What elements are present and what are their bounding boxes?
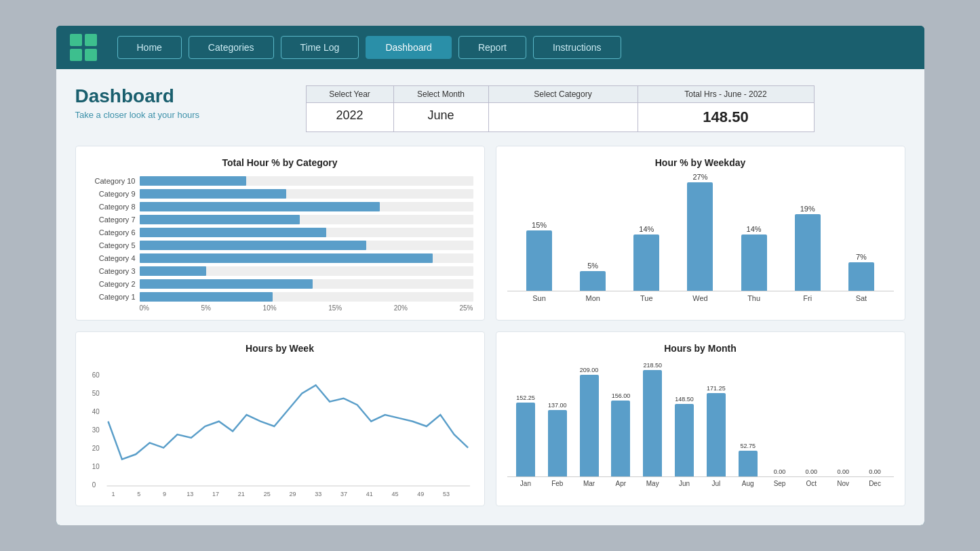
hbar-track: [140, 253, 473, 263]
hbar-category-label: Category 10: [87, 177, 136, 185]
hbar-title: Total Hour % by Category: [87, 157, 473, 168]
month-group: 0.00: [796, 468, 827, 476]
nav-instructions[interactable]: Instructions: [533, 36, 621, 59]
month-label: Oct: [796, 480, 827, 487]
month-val-label: 209.00: [580, 367, 599, 373]
month-bar: [739, 451, 758, 476]
line-x-label: [248, 491, 260, 497]
month-label: Apr: [605, 480, 637, 487]
vbar-group: 14%: [633, 225, 659, 291]
hbar-track: [140, 228, 473, 237]
vbar-pct-label: 7%: [856, 253, 867, 261]
month-bar: [675, 404, 694, 476]
hbar-axis-label: 15%: [328, 304, 342, 312]
hbar-category-label: Category 6: [87, 228, 136, 237]
month-bar: [516, 403, 535, 476]
vbar-day-label: Sat: [848, 294, 874, 302]
svg-text:40: 40: [92, 408, 99, 415]
hbar-fill: [140, 279, 313, 289]
vbar-bar: [741, 234, 767, 291]
line-x-label: 13: [184, 491, 197, 497]
line-x-label: 37: [338, 491, 351, 497]
vbar-group: 27%: [687, 173, 713, 291]
monthly-chart: 152.25137.00209.00156.00218.50148.50171.…: [507, 362, 894, 497]
hbar-row: Category 5: [87, 241, 473, 250]
line-x-label: [350, 491, 363, 497]
nav-home[interactable]: Home: [117, 36, 182, 59]
hbar-row: Category 1: [87, 292, 473, 302]
month-val-label: 148.50: [675, 396, 694, 403]
nav-report[interactable]: Report: [458, 36, 526, 59]
month-val-label: 171.25: [707, 385, 726, 392]
month-group: 0.00: [764, 468, 796, 476]
vbar-bar: [687, 182, 713, 291]
vbar-bar: [795, 214, 821, 291]
month-label: Feb: [541, 480, 573, 487]
category-selector[interactable]: Select Category: [489, 85, 638, 132]
year-selector[interactable]: Select Year 2022: [306, 85, 394, 132]
hbar-row: Category 9: [87, 189, 473, 199]
monthly-labels: JanFebMarAprMayJunJulAugSepOctNovDec: [507, 477, 894, 487]
hbar-axis-label: 10%: [263, 304, 277, 312]
vbar-day-label: Sun: [526, 294, 552, 302]
line-x-label: 33: [312, 491, 325, 497]
month-value: June: [394, 103, 488, 128]
total-box: Total Hrs - June - 2022 148.50: [638, 85, 815, 132]
vbar-pct-label: 27%: [692, 173, 707, 181]
month-val-label: 0.00: [774, 468, 786, 475]
logo: [70, 34, 97, 61]
monthly-title: Hours by Month: [507, 343, 894, 354]
weekly-chart: 0 10 20 30 40 50 60 15913172125293337414…: [87, 362, 473, 497]
month-label: Nov: [827, 480, 859, 487]
vbar-pct-label: 5%: [587, 262, 598, 270]
month-label: Jul: [700, 480, 732, 487]
vbar-group: 14%: [741, 225, 767, 291]
line-x-label: [376, 491, 389, 497]
month-label: Select Month: [394, 86, 488, 103]
nav-timelog[interactable]: Time Log: [281, 36, 359, 59]
month-group: 218.50: [637, 362, 669, 476]
month-bar: [611, 401, 630, 476]
month-selector[interactable]: Select Month June: [394, 85, 489, 132]
vbar-group: 7%: [848, 253, 874, 291]
line-x-label: 53: [440, 491, 453, 497]
vbar-day-label: Thu: [741, 294, 767, 302]
vbar-bar: [526, 230, 552, 291]
month-bar: [580, 375, 599, 476]
page-title: Dashboard: [75, 85, 306, 107]
month-val-label: 0.00: [806, 468, 818, 475]
total-label: Total Hrs - June - 2022: [638, 86, 814, 103]
month-group: 152.25: [510, 394, 542, 476]
month-label: Sep: [764, 480, 796, 487]
nav-dashboard[interactable]: Dashboard: [366, 36, 452, 59]
month-label: Dec: [859, 480, 891, 487]
svg-text:20: 20: [92, 445, 99, 452]
month-val-label: 218.50: [643, 362, 662, 369]
month-label: Jan: [510, 480, 542, 487]
month-bar: [548, 410, 567, 476]
line-x-label: [401, 491, 414, 497]
line-x-label: [145, 491, 158, 497]
hbar-category-label: Category 8: [87, 203, 136, 211]
hbar-track: [140, 189, 473, 199]
month-val-label: 137.00: [548, 402, 567, 409]
total-value: 148.50: [638, 103, 814, 131]
hbar-fill: [140, 176, 246, 186]
hbar-chart: Category 10Category 9Category 8Category …: [87, 176, 473, 302]
month-label: May: [637, 480, 669, 487]
month-label: Aug: [732, 480, 764, 487]
line-x-label: [325, 491, 338, 497]
selectors-area: Select Year 2022 Select Month June Selec…: [306, 85, 905, 132]
nav-categories[interactable]: Categories: [189, 36, 274, 59]
line-x-label: [427, 491, 440, 497]
month-group: 0.00: [859, 468, 891, 476]
line-x-label: 21: [235, 491, 248, 497]
vbar-pct-label: 19%: [800, 205, 815, 213]
weekly-chart-card: Hours by Week 0 10 20 30 40 50 60: [75, 331, 485, 506]
logo-cell-2: [85, 34, 97, 46]
weekday-chart: 15%5%14%27%14%19%7% SunMonTueWedThuFriSa…: [507, 176, 894, 312]
month-val-label: 52.75: [740, 443, 756, 449]
line-x-label: [171, 491, 184, 497]
hbar-axis-label: 20%: [394, 304, 408, 312]
hbar-fill: [140, 241, 367, 250]
